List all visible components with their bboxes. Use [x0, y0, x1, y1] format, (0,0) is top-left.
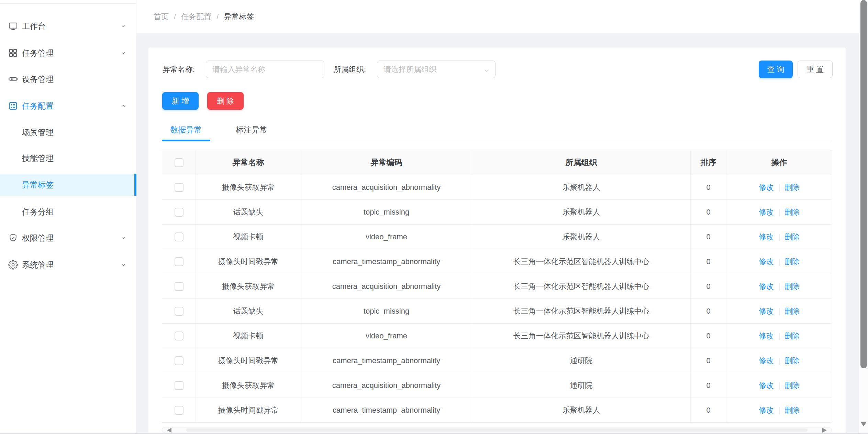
row-checkbox[interactable] [175, 332, 183, 340]
cell-sort: 0 [691, 324, 726, 348]
sidebar-item-scene-management[interactable]: 场景管理 [0, 121, 136, 143]
cell-sort: 0 [691, 373, 726, 398]
sidebar-item-exception-label[interactable]: 异常标签 [0, 174, 136, 196]
tab-ink-bar [162, 140, 210, 141]
chevron-up-icon [121, 103, 126, 109]
row-checkbox[interactable] [175, 282, 183, 291]
cell-org: 长三角一体化示范区智能机器人训练中心 [472, 249, 691, 274]
sidebar-item-label: 工作台 [22, 21, 46, 32]
sidebar-item-device-management[interactable]: 设备管理 [0, 68, 136, 90]
table-row: 话题缺失 topic_missing 长三角一体化示范区智能机器人训练中心 0 … [162, 299, 832, 324]
delete-link[interactable]: 删除 [784, 406, 800, 414]
cell-name: 话题缺失 [196, 299, 301, 324]
sidebar-item-permission-management[interactable]: 权限管理 [0, 227, 136, 249]
cell-actions: 修改|删除 [726, 324, 832, 348]
cell-code: camera_timestamp_abnormality [301, 398, 472, 423]
delete-link[interactable]: 删除 [784, 183, 800, 192]
cell-code: camera_acquisition_abnormality [301, 175, 472, 200]
edit-link[interactable]: 修改 [759, 406, 774, 414]
edit-link[interactable]: 修改 [759, 183, 774, 192]
row-checkbox[interactable] [175, 356, 183, 365]
cell-sort: 0 [691, 200, 726, 225]
delete-link[interactable]: 删除 [784, 208, 800, 216]
row-checkbox[interactable] [175, 208, 183, 217]
breadcrumb-item-home[interactable]: 首页 [154, 12, 169, 22]
cell-actions: 修改|删除 [726, 274, 832, 299]
exception-name-input[interactable]: 请输入异常名称 [206, 61, 324, 78]
v-scroll-thumb[interactable] [860, 0, 867, 368]
delete-link[interactable]: 删除 [784, 282, 800, 291]
sidebar-item-system-management[interactable]: 系统管理 [0, 254, 136, 276]
select-all-checkbox[interactable] [175, 158, 183, 167]
delete-link[interactable]: 删除 [784, 356, 800, 365]
chevron-down-icon [121, 235, 126, 241]
delete-link[interactable]: 删除 [784, 381, 800, 390]
cell-actions: 修改|删除 [726, 249, 832, 274]
row-checkbox[interactable] [175, 257, 183, 266]
cell-name: 摄像头时间戳异常 [196, 398, 301, 423]
action-separator: | [778, 332, 780, 340]
cell-org: 乐聚机器人 [472, 225, 691, 249]
action-separator: | [778, 406, 780, 414]
tab-data-exception[interactable]: 数据异常 [162, 121, 210, 141]
edit-link[interactable]: 修改 [759, 232, 774, 241]
h-scroll-left-arrow-icon[interactable] [167, 428, 171, 433]
edit-link[interactable]: 修改 [759, 381, 774, 390]
exception-table: 异常名称 异常编码 所属组织 排序 操作 摄像头获取异常 camera_acqu… [162, 150, 832, 423]
breadcrumb: 首页 / 任务配置 / 异常标签 [136, 0, 868, 33]
sidebar-item-workbench[interactable]: 工作台 [0, 15, 136, 37]
edit-link[interactable]: 修改 [759, 356, 774, 365]
delete-link[interactable]: 删除 [784, 307, 800, 315]
table-row: 摄像头时间戳异常 camera_timestamp_abnormality 长三… [162, 249, 832, 274]
row-checkbox[interactable] [175, 406, 183, 415]
sidebar-item-label: 技能管理 [22, 153, 54, 164]
tab-annotation-exception[interactable]: 标注异常 [227, 121, 276, 141]
profile-icon [8, 101, 18, 111]
sidebar-item-task-management[interactable]: 任务管理 [0, 42, 136, 64]
v-scroll-down-arrow-icon[interactable] [860, 422, 867, 426]
sidebar-item-task-group[interactable]: 任务分组 [0, 201, 136, 223]
cell-code: topic_missing [301, 299, 472, 324]
edit-link[interactable]: 修改 [759, 332, 774, 340]
horizontal-scrollbar[interactable] [162, 427, 832, 433]
shield-check-icon [8, 233, 18, 243]
sidebar-item-skill-management[interactable]: 技能管理 [0, 147, 136, 169]
table-row: 视频卡顿 video_frame 长三角一体化示范区智能机器人训练中心 0 修改… [162, 324, 832, 348]
cell-code: camera_acquisition_abnormality [301, 274, 472, 299]
edit-link[interactable]: 修改 [759, 208, 774, 216]
row-checkbox[interactable] [175, 381, 183, 390]
cell-name: 摄像头获取异常 [196, 373, 301, 398]
cell-code: video_frame [301, 225, 472, 249]
reset-button[interactable]: 重 置 [798, 61, 833, 78]
action-separator: | [778, 307, 780, 315]
breadcrumb-item-task-config[interactable]: 任务配置 [181, 12, 211, 22]
cell-code: camera_timestamp_abnormality [301, 348, 472, 373]
chevron-down-icon [121, 262, 126, 268]
row-checkbox[interactable] [175, 183, 183, 192]
delete-button[interactable]: 删 除 [207, 92, 244, 110]
delete-link[interactable]: 删除 [784, 232, 800, 241]
edit-link[interactable]: 修改 [759, 257, 774, 266]
vertical-scrollbar[interactable] [859, 0, 868, 434]
search-button[interactable]: 查 询 [759, 61, 793, 78]
row-checkbox[interactable] [175, 307, 183, 316]
column-header-sort: 排序 [691, 150, 726, 175]
delete-link[interactable]: 删除 [784, 257, 800, 266]
cell-sort: 0 [691, 249, 726, 274]
h-scroll-thumb[interactable] [186, 428, 808, 432]
sidebar-item-label: 场景管理 [22, 127, 54, 138]
cell-sort: 0 [691, 299, 726, 324]
row-checkbox[interactable] [175, 232, 183, 241]
content-card: 异常名称: 请输入异常名称 所属组织: 请选择所属组织 查 询 重 置 新 增 … [148, 47, 846, 434]
delete-link[interactable]: 删除 [784, 332, 800, 340]
cell-org: 长三角一体化示范区智能机器人训练中心 [472, 299, 691, 324]
h-scroll-right-arrow-icon[interactable] [822, 428, 827, 433]
chevron-down-icon [121, 23, 126, 29]
org-select[interactable]: 请选择所属组织 [377, 61, 496, 78]
device-icon [8, 74, 18, 84]
sidebar-item-task-config[interactable]: 任务配置 [0, 95, 136, 117]
edit-link[interactable]: 修改 [759, 282, 774, 291]
add-button[interactable]: 新 增 [162, 92, 199, 110]
chevron-down-icon [484, 67, 490, 73]
edit-link[interactable]: 修改 [759, 307, 774, 315]
